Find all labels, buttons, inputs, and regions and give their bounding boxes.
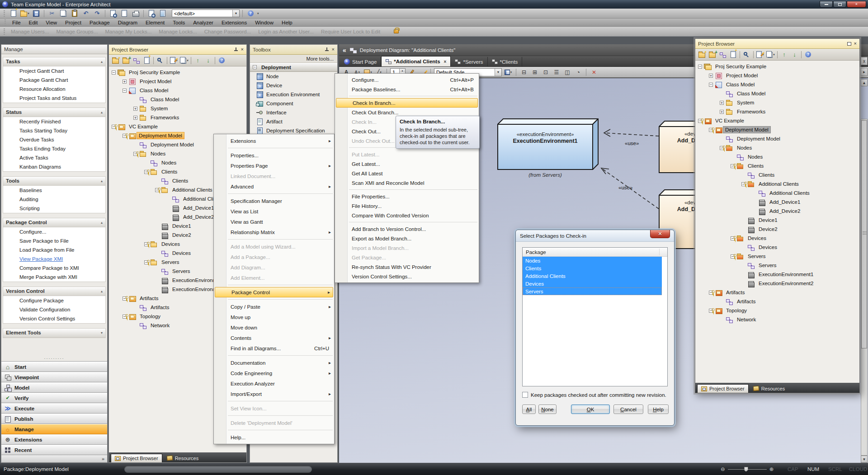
tree-item-nodes[interactable]: −Nodes	[695, 143, 859, 152]
tree-item-additional-clients[interactable]: Additional Clients	[695, 188, 859, 198]
manage-item-configure[interactable]: Configure...	[3, 227, 105, 236]
tree-item-executionenvironment2[interactable]: ExecutionEnvironment2	[695, 279, 859, 288]
toolbox-item-artifact[interactable]: Artifact	[250, 117, 337, 126]
tree-item-class-model[interactable]: Class Model	[695, 89, 859, 98]
new-element-icon[interactable]	[728, 50, 738, 59]
menu-item-relationship-matrix[interactable]: Relationship Matrix▸	[214, 227, 334, 237]
tree-item-topology[interactable]: −Topology	[695, 306, 859, 315]
spin-up-icon[interactable]: ▲	[399, 69, 405, 72]
new-model-icon[interactable]	[697, 50, 707, 59]
tree-item-project-model[interactable]: +Project Model	[695, 71, 859, 80]
zoom-slider-knob[interactable]	[744, 467, 748, 472]
save-icon[interactable]	[31, 9, 41, 18]
manage-item-validate-configuration[interactable]: Validate Configuration	[3, 305, 105, 314]
menu-item-compare-with-controlled-version[interactable]: Compare With Controlled Version	[335, 211, 478, 220]
nav-publish[interactable]: Publish	[1, 414, 107, 424]
manage-item-auditing[interactable]: Auditing	[3, 195, 105, 204]
tab-scroll-right-icon[interactable]: ▸	[861, 68, 868, 76]
collapse-arrow-icon[interactable]: ▴	[101, 110, 103, 114]
none-button[interactable]: None	[538, 404, 557, 414]
chevron-down-icon[interactable]: ▼	[495, 69, 501, 76]
help-icon[interactable]	[217, 56, 226, 65]
tab-start-page[interactable]: Start Page	[340, 57, 381, 66]
find-in-browser-icon[interactable]	[156, 56, 165, 65]
collapse-icon[interactable]: −	[112, 71, 116, 75]
default-style-combo[interactable]: <default> ▼	[172, 9, 240, 17]
manage-item-active-tasks[interactable]: Active Tasks	[3, 153, 105, 162]
manage-item-tasks-ending-today[interactable]: Tasks Ending Today	[3, 144, 105, 153]
dock-tab-project-browser[interactable]: Project Browser	[111, 454, 162, 462]
tree-item-add-device2[interactable]: Add_Device2	[695, 207, 859, 216]
section-header-element-tools[interactable]: Element Tools▾	[3, 329, 105, 338]
package-row-additional-clients[interactable]: Additional Clients	[523, 272, 662, 280]
package-row-nodes[interactable]: Nodes	[523, 257, 662, 264]
save-style-icon[interactable]: ▾	[504, 68, 513, 77]
menubar-grip[interactable]	[5, 19, 6, 26]
menu-item-extensions[interactable]: Extensions▸	[214, 136, 334, 146]
collapse-arrow-icon[interactable]: ▴	[101, 60, 103, 64]
package-column-header[interactable]: Package	[523, 248, 667, 257]
nav-manage[interactable]: Manage	[1, 424, 107, 434]
menu-package[interactable]: Package	[85, 19, 114, 26]
tree-item-class-model[interactable]: −Class Model	[109, 86, 246, 95]
menu-item-copy-paste[interactable]: Copy / Paste▸	[214, 301, 334, 312]
tree-item-clients[interactable]: Clients	[695, 170, 859, 179]
menu-tools[interactable]: Tools	[169, 19, 189, 26]
move-up-icon[interactable]: ↑	[193, 56, 203, 65]
menu-item-properties[interactable]: Properties...	[214, 150, 334, 160]
tree-item-devices[interactable]: Devices	[695, 243, 859, 252]
menu-item-execution-analyzer[interactable]: Execution Analyzer	[214, 378, 334, 389]
help-icon[interactable]	[803, 50, 813, 59]
close-icon[interactable]: ×	[241, 47, 244, 52]
menu-item-specification-manager[interactable]: Specification Manager	[214, 196, 334, 206]
manage-item-baselines[interactable]: Baselines	[3, 186, 105, 195]
menu-diagram[interactable]: Diagram	[114, 19, 142, 26]
tree-item-network[interactable]: Network	[695, 315, 859, 324]
tree-item-clients[interactable]: −Clients	[695, 161, 859, 170]
collapse-chevron-icon[interactable]: «	[343, 47, 346, 54]
menu-item-import-export[interactable]: Import/Export▸	[214, 389, 334, 399]
new-diagram-icon[interactable]	[718, 50, 727, 59]
scroll-up-icon[interactable]: ▲	[861, 79, 868, 86]
pin-icon[interactable]	[325, 47, 329, 52]
edit-notes-icon[interactable]: ▾	[169, 56, 179, 65]
tree-item-vc-example[interactable]: −VC Example	[109, 122, 246, 131]
pin-icon[interactable]	[234, 47, 238, 52]
menu-item-get-all-latest[interactable]: Get All Latest	[335, 169, 478, 178]
menu-item-documentation[interactable]: Documentation▸	[214, 357, 334, 368]
menu-item-package-baselines[interactable]: Package Baselines...Ctrl+Alt+B	[335, 85, 478, 94]
collapse-arrow-icon[interactable]: ▴	[101, 289, 103, 293]
manage-item-scripting[interactable]: Scripting	[3, 204, 105, 213]
dock-tab-resources[interactable]: Resources	[163, 454, 203, 462]
expand-icon[interactable]: +	[720, 101, 724, 105]
menu-item-add-branch-to-version-control[interactable]: Add Branch to Version Control...	[335, 224, 478, 234]
move-up-icon[interactable]: ↑	[779, 50, 789, 59]
dock-tab-resources[interactable]: Resources	[750, 384, 789, 393]
cut-icon[interactable]: ✂	[47, 9, 57, 18]
tree-item-vc-example[interactable]: −VC Example	[695, 116, 859, 125]
search-model-icon[interactable]	[108, 9, 118, 18]
tree-item-system[interactable]: +System	[695, 98, 859, 107]
menu-item-configure[interactable]: Configure...Ctrl+Alt+P	[335, 75, 478, 85]
ok-button[interactable]: OK	[571, 404, 610, 414]
new-package-icon[interactable]	[121, 56, 131, 65]
find-in-browser-icon[interactable]	[742, 50, 751, 59]
cancel-button[interactable]: Cancel	[613, 404, 643, 414]
tree-item-nodes[interactable]: Nodes	[695, 152, 859, 161]
toolbox-item-interface[interactable]: Interface	[250, 108, 337, 117]
tree-item-servers[interactable]: Servers	[695, 261, 859, 270]
collapse-arrow-icon[interactable]: ▴	[101, 179, 103, 183]
splitter-handle[interactable]: ·········	[1, 356, 107, 361]
open-project-icon[interactable]: ▾	[20, 9, 30, 18]
manage-item-merge-package-with-xmi[interactable]: Merge Package with XMI	[3, 273, 105, 282]
toolbar-grip[interactable]	[4, 10, 5, 17]
document-view-icon[interactable]	[119, 9, 129, 18]
tab-clients[interactable]: *Clients	[488, 57, 523, 66]
manage-item-overdue-tasks[interactable]: Overdue Tasks	[3, 135, 105, 144]
restore-icon[interactable]	[847, 42, 851, 46]
tree-item-servers[interactable]: −Servers	[695, 252, 859, 261]
tree-item-class-model[interactable]: Class Model	[109, 95, 246, 104]
new-package-icon[interactable]	[708, 50, 717, 59]
menu-item-help[interactable]: Help...	[214, 432, 334, 442]
toolbox-item-device[interactable]: Device	[250, 81, 337, 90]
